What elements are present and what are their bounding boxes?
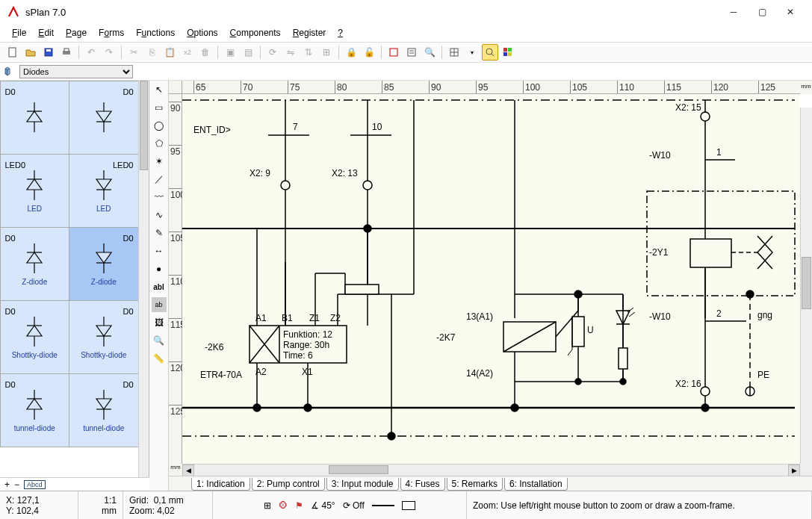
text-tool[interactable]: abI [152,279,167,294]
bezier-tool[interactable]: ∿ [152,208,167,223]
polyline-tool[interactable]: 〰 [152,190,167,205]
library-item-8[interactable]: D0tunnel-diode [0,373,69,447]
search-button[interactable]: 🔍 [421,44,438,60]
print-button[interactable] [58,44,75,60]
menu-file[interactable]: File [7,26,31,40]
svg-point-82 [388,432,395,440]
menu-edit[interactable]: Edit [34,26,58,40]
color-button[interactable] [500,44,516,60]
angle-icon[interactable]: ∡ 45° [311,500,335,511]
flag-icon[interactable]: ⚑ [295,500,303,511]
minimize-button[interactable]: ─ [719,1,748,22]
grid-button[interactable] [446,44,462,60]
library-grid: D0 D0 LED0LED LED0LED D0Z-diode D0Z-diod… [0,81,138,477]
scroll-left[interactable]: ◀ [182,464,194,476]
delete-button[interactable]: 🗑 [197,44,214,60]
scroll-right[interactable]: ▶ [788,464,800,476]
library-item-4[interactable]: D0Z-diode [0,227,69,301]
image-tool[interactable]: 🖼 [152,315,167,330]
library-scrollbar[interactable] [138,81,149,477]
mirror-h-button[interactable]: ⇋ [282,44,299,60]
svg-text:X2: 16: X2: 16 [675,379,701,389]
zoom-tool[interactable]: 🔍 [152,333,167,348]
library-category-select[interactable]: Diodes [19,65,133,78]
line-tool[interactable]: ／ [152,172,167,187]
redo-button[interactable]: ↷ [101,44,117,60]
off-toggle[interactable]: ⟳ Off [343,500,365,511]
lib-remove-button[interactable]: − [14,479,19,490]
copy-button[interactable]: ⎘ [143,44,160,60]
menu-forms[interactable]: Forms [94,26,128,40]
drawing-canvas[interactable]: ENT_ID> 7 10 X2: 9 X2: 13 [182,94,800,464]
list-button[interactable] [403,44,420,60]
library-item-1[interactable]: D0 [69,81,138,155]
mirror-v-button[interactable]: ⇅ [300,44,317,60]
library-item-6[interactable]: D0Shottky-diode [0,300,69,374]
menu-help[interactable]: ? [333,26,347,40]
freehand-tool[interactable]: ✎ [152,226,167,240]
poly-tool[interactable]: ⬠ [152,136,167,151]
dimension-tool[interactable]: ↔ [152,243,167,258]
component-library: D0 D0 LED0LED LED0LED D0Z-diode D0Z-diod… [0,81,149,477]
page-tab-0[interactable]: 1: Indication [191,478,250,491]
menu-options[interactable]: Options [182,26,222,40]
menu-register[interactable]: Register [288,26,331,40]
lib-add-button[interactable]: + [4,479,10,490]
menu-page[interactable]: Page [61,26,91,40]
menu-functions[interactable]: Functions [131,26,179,40]
library-item-7[interactable]: D0Shottky-diode [69,300,138,374]
close-button[interactable]: ✕ [776,1,805,22]
duplicate-button[interactable]: x2 [179,44,196,60]
vertical-scrollbar[interactable] [800,108,812,464]
align-button[interactable]: ⊞ [318,44,335,60]
undo-button[interactable]: ↶ [83,44,99,60]
svg-text:-2K7: -2K7 [436,332,456,343]
page-tab-5[interactable]: 6: Installation [504,478,568,491]
maximize-button[interactable]: ▢ [748,1,776,22]
library-item-0[interactable]: D0 [0,81,69,155]
svg-point-50 [281,181,290,190]
horizontal-scrollbar[interactable]: ◀ ▶ [182,464,800,476]
page-tab-2[interactable]: 3: Input module [326,478,399,491]
pointer-tool[interactable]: ↖ [152,82,167,97]
paste-button[interactable]: 📋 [161,44,178,60]
group-button[interactable]: ▣ [222,44,238,60]
node-tool[interactable]: ● [152,261,167,276]
new-button[interactable] [4,44,21,60]
rect-tool[interactable]: ▭ [152,100,167,115]
page-tab-1[interactable]: 2: Pump control [252,478,325,491]
svg-point-134 [701,404,709,411]
svg-text:X2: 13: X2: 13 [332,168,358,178]
textbox-tool[interactable]: ab [152,297,167,312]
svg-text:Z1: Z1 [309,313,320,323]
measure-tool[interactable]: 📏 [152,351,167,366]
special-tool[interactable]: ✶ [152,154,167,169]
library-item-5[interactable]: D0Z-diode [69,227,138,301]
cut-button[interactable]: ✂ [125,44,142,60]
lib-sort-button[interactable]: Abcd [24,480,46,489]
svg-rect-2 [46,49,51,52]
circle-tool[interactable]: ◯ [152,118,167,133]
svg-text:Time:     6: Time: 6 [283,350,313,361]
rotate-button[interactable]: ⟳ [264,44,281,60]
library-item-2[interactable]: LED0LED [0,154,69,228]
svg-text:-2Y1: -2Y1 [649,247,669,258]
magnet-icon[interactable]: ⭙ [279,500,288,511]
menu-components[interactable]: Components [226,26,285,40]
grid-icon[interactable]: ⊞ [264,500,271,511]
page-tab-4[interactable]: 5: Remarks [447,478,503,491]
library-item-3[interactable]: LED0LED [69,154,138,228]
grid-dropdown[interactable]: ▾ [464,44,480,60]
save-button[interactable] [40,44,57,60]
open-button[interactable] [22,44,39,60]
snap-button[interactable] [385,44,402,60]
library-item-9[interactable]: D0tunnel-diode [69,373,138,447]
page-tab-3[interactable]: 4: Fuses [400,478,445,491]
fill-style[interactable] [402,501,415,510]
zoom-fit-button[interactable] [482,44,498,60]
line-style[interactable] [372,505,394,506]
unlock-button[interactable]: 🔓 [361,44,377,60]
status-grid-zoom: Grid: 0,1 mm Zoom: 4,02 [123,491,213,519]
lock-button[interactable]: 🔒 [343,44,359,60]
ungroup-button[interactable]: ▤ [240,44,256,60]
